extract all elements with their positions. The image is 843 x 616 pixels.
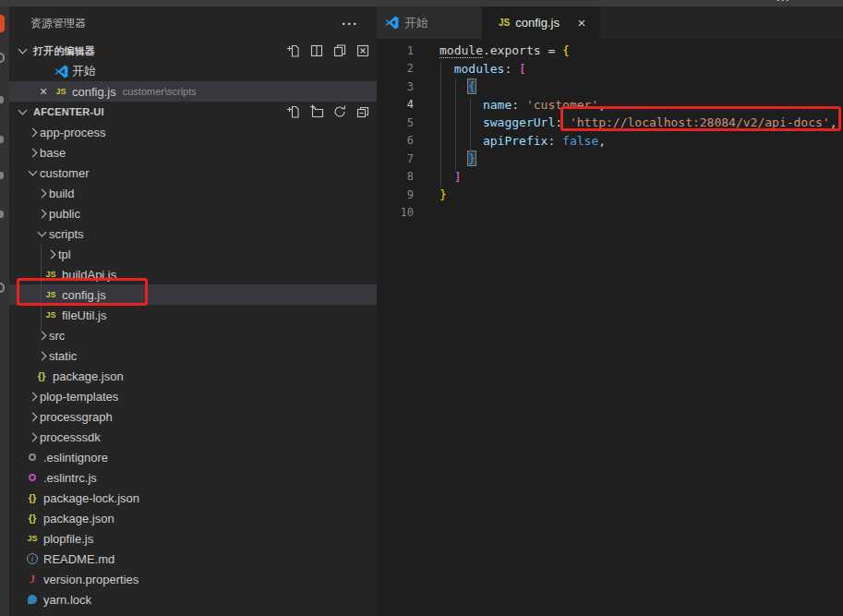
title-bar: ⋯: [0, 0, 843, 6]
open-editor-item-start[interactable]: 开始: [9, 61, 377, 81]
activity-icon-partial[interactable]: [0, 172, 4, 179]
line-number: 6: [377, 134, 414, 147]
explorer-sidebar: 资源管理器 ··· 打开的编辑器 开始 × JS config.js custo…: [9, 6, 377, 616]
editor-group: 开始JSconfig.js× 1module.exports = {2 modu…: [377, 6, 843, 616]
activity-icon-partial[interactable]: [0, 96, 4, 103]
tree-item-label: README.md: [43, 552, 114, 566]
code-line-7[interactable]: 7 }: [377, 150, 843, 168]
tree-item-config-js[interactable]: JSconfig.js: [9, 284, 377, 305]
tree-item-app-process[interactable]: app-process: [9, 122, 377, 142]
tree-item-public[interactable]: public: [9, 203, 377, 223]
line-content: {: [440, 79, 476, 93]
chevron-down-icon[interactable]: [15, 49, 30, 53]
chevron-right-icon[interactable]: [25, 393, 40, 400]
tree-item-label: plopfile.js: [43, 532, 93, 546]
line-content: apiPrefix: false,: [440, 134, 606, 148]
tree-item-src[interactable]: src: [9, 325, 377, 345]
activity-icon-partial[interactable]: [0, 53, 5, 63]
tree-item-yarn-lock[interactable]: yarn.lock: [9, 589, 377, 610]
chevron-down-icon[interactable]: [34, 232, 49, 236]
close-all-editors-icon[interactable]: [355, 43, 370, 58]
tree-item-processgraph[interactable]: processgraph: [9, 406, 377, 427]
tree-item--eslintrc-js[interactable]: .eslintrc.js: [9, 467, 377, 488]
line-content: module.exports = {: [440, 43, 570, 57]
chevron-right-icon[interactable]: [25, 434, 40, 441]
line-number: 7: [377, 152, 414, 165]
indent-guide: [440, 62, 441, 188]
views-more-actions-icon[interactable]: ···: [342, 16, 358, 31]
project-section-header[interactable]: AFCENTER-UI: [9, 102, 377, 122]
close-icon[interactable]: ×: [37, 84, 50, 99]
save-all-icon[interactable]: [332, 43, 347, 58]
activity-icon-partial[interactable]: [0, 136, 4, 143]
tree-item-plop-templates[interactable]: plop-templates: [9, 386, 377, 406]
code-line-2[interactable]: 2 modules: [: [377, 60, 843, 79]
chevron-down-icon[interactable]: [15, 110, 30, 114]
code-line-3[interactable]: 3 {: [377, 78, 843, 96]
tree-item-version-properties[interactable]: Jversion.properties: [9, 569, 377, 589]
chevron-right-icon[interactable]: [43, 251, 58, 258]
project-name-label: AFCENTER-UI: [33, 106, 286, 117]
new-file-icon[interactable]: [286, 104, 301, 119]
chevron-right-icon[interactable]: [25, 150, 40, 156]
chevron-right-icon[interactable]: [34, 211, 49, 217]
code-editor[interactable]: 1module.exports = {2 modules: [3 {4 name…: [377, 39, 843, 616]
js-icon: JS: [25, 534, 40, 543]
line-content: name: 'customer',: [440, 98, 606, 112]
split-editor-icon[interactable]: [309, 43, 324, 58]
open-editors-section-header[interactable]: 打开的编辑器: [9, 41, 377, 61]
new-file-icon[interactable]: [286, 43, 301, 58]
editor-more-actions-icon[interactable]: ⋯: [776, 0, 791, 6]
tree-item-build[interactable]: build: [9, 183, 377, 203]
tree-item-fileutil-js[interactable]: JSfileUtil.js: [9, 305, 377, 325]
tree-item-label: static: [49, 349, 77, 363]
chevron-right-icon[interactable]: [34, 332, 49, 339]
code-line-5[interactable]: 5 swaggerUrl: 'http://localhost:28084/v2…: [377, 114, 843, 132]
line-number: 10: [377, 206, 414, 219]
activity-bar: [0, 6, 9, 616]
indent-guide: [455, 79, 456, 170]
line-number: 3: [377, 80, 414, 93]
tab-label: 开始: [404, 15, 428, 31]
tree-item-label: .eslintignore: [43, 451, 108, 465]
tree-item-processsdk[interactable]: processsdk: [9, 427, 377, 447]
chevron-right-icon[interactable]: [25, 129, 40, 136]
code-line-6[interactable]: 6 apiPrefix: false,: [377, 132, 843, 151]
open-editor-label: config.js: [72, 85, 116, 99]
tree-item-customer[interactable]: customer: [9, 163, 377, 183]
tree-item--eslintignore[interactable]: .eslintignore: [9, 447, 377, 467]
tree-item-package-json[interactable]: {}package.json: [9, 366, 377, 386]
tree-item-static[interactable]: static: [9, 345, 377, 366]
code-line-10[interactable]: 10: [377, 204, 843, 223]
code-line-8[interactable]: 8 ]: [377, 168, 843, 187]
chevron-right-icon[interactable]: [34, 353, 49, 359]
chevron-right-icon[interactable]: [34, 190, 49, 197]
chevron-right-icon[interactable]: [25, 414, 40, 420]
tree-item-base[interactable]: base: [9, 142, 377, 163]
tree-item-tpl[interactable]: tpl: [9, 244, 377, 264]
activity-icon-partial[interactable]: [0, 283, 5, 293]
refresh-icon[interactable]: [332, 104, 347, 119]
js-icon: JS: [43, 270, 58, 279]
code-line-9[interactable]: 9}: [377, 186, 843, 204]
open-editor-item-config-js[interactable]: × JS config.js customer\scripts: [9, 81, 377, 102]
chevron-down-icon[interactable]: [25, 171, 40, 175]
tree-item-package-json[interactable]: {}package.json: [9, 508, 377, 528]
tab-开始[interactable]: 开始: [377, 6, 482, 39]
code-line-4[interactable]: 4 name: 'customer',: [377, 96, 843, 115]
code-line-1[interactable]: 1module.exports = {: [377, 42, 843, 60]
tree-item-buildapi-js[interactable]: JSbuildApi.js: [9, 264, 377, 284]
open-editors-label: 打开的编辑器: [33, 44, 286, 58]
activity-icon-partial[interactable]: [0, 211, 4, 218]
new-folder-icon[interactable]: [309, 104, 324, 119]
tree-item-label: package.json: [53, 369, 124, 383]
tree-item-scripts[interactable]: scripts: [9, 223, 377, 244]
tree-item-readme-md[interactable]: iREADME.md: [9, 549, 377, 569]
close-icon[interactable]: ×: [574, 15, 589, 30]
tree-item-plopfile-js[interactable]: JSplopfile.js: [9, 528, 377, 549]
tree-item-label: plop-templates: [40, 390, 118, 404]
tree-item-package-lock-json[interactable]: {}package-lock.json: [9, 488, 377, 508]
collapse-all-icon[interactable]: [355, 104, 370, 119]
indent-guide: [470, 98, 471, 152]
tab-config-js[interactable]: JSconfig.js×: [482, 6, 600, 39]
